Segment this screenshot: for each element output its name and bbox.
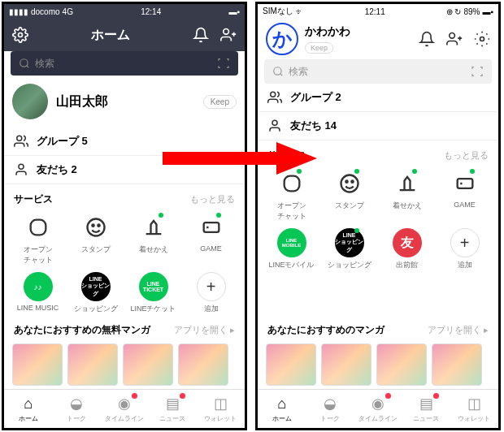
more-link[interactable]: もっと見る	[190, 193, 235, 205]
friends-row[interactable]: 友だち 14	[258, 112, 498, 140]
groups-row[interactable]: グループ 2	[258, 84, 498, 112]
sim: SIMなし	[263, 6, 293, 17]
svc-linemobile[interactable]: LINE MOBILELINEモバイル	[264, 228, 319, 270]
talk-icon: ◒	[70, 395, 83, 413]
groups-label: グループ 2	[290, 90, 489, 105]
avatar	[12, 84, 48, 119]
svg-rect-13	[457, 179, 472, 188]
svc-stamp[interactable]: スタンプ	[322, 169, 376, 222]
manga-section: あなたにおすすめの無料マンガ アプリを開く ▸	[4, 315, 245, 389]
timeline-icon: ◉	[371, 395, 385, 413]
manga-item[interactable]	[178, 343, 228, 386]
svc-shopping[interactable]: LINEショッピングショッピング	[68, 272, 123, 314]
services-header: サービス もっと見る	[4, 184, 245, 210]
svc-game[interactable]: GAME	[184, 213, 238, 266]
svg-point-1	[20, 59, 28, 67]
wallet-icon: ◫	[214, 395, 228, 413]
tab-talk[interactable]: ◒トーク	[306, 390, 354, 428]
tab-timeline[interactable]: ◉タイムライン	[354, 390, 402, 428]
tab-news[interactable]: ▤ニュース	[402, 390, 450, 428]
scan-icon[interactable]	[217, 57, 230, 70]
svg-point-4	[92, 225, 93, 227]
page-title: ホーム	[91, 27, 130, 44]
svc-shopping[interactable]: LINEショッピングショッピング	[322, 228, 376, 270]
home-icon: ⌂	[277, 395, 286, 413]
svc-openchat[interactable]: オープン チャット	[11, 213, 65, 266]
manga-item[interactable]	[12, 343, 63, 386]
manga-title: あなたにおすすめの無料マンガ	[14, 323, 150, 337]
header-profile: か かわかわ Keep	[258, 19, 498, 59]
manga-open[interactable]: アプリを開く ▸	[174, 324, 235, 336]
search-placeholder: 検索	[289, 65, 308, 79]
svg-point-11	[345, 181, 347, 183]
svc-add[interactable]: +追加	[437, 228, 492, 270]
svc-kisekae[interactable]: 着せかえ	[380, 169, 434, 222]
home-icon: ⌂	[24, 395, 33, 413]
person-icon	[267, 119, 282, 133]
keep-button[interactable]: Keep	[203, 95, 237, 109]
svg-point-7	[480, 37, 484, 41]
svg-point-5	[98, 225, 99, 227]
manga-item[interactable]	[67, 343, 118, 386]
svg-point-8	[274, 67, 281, 75]
user-name: 山田太郎	[56, 93, 195, 110]
tab-wallet[interactable]: ◫ウォレット	[450, 390, 498, 428]
svc-stamp[interactable]: スタンプ	[68, 213, 123, 266]
search-bar[interactable]: 検索	[11, 51, 238, 76]
svg-rect-9	[284, 176, 299, 192]
svc-lineticket[interactable]: LINETICKETLINEチケット	[126, 272, 180, 314]
group-icon	[14, 134, 28, 149]
search-icon	[19, 58, 30, 69]
tab-talk[interactable]: ◒トーク	[52, 390, 100, 428]
tab-timeline[interactable]: ◉タイムライン	[100, 390, 148, 428]
tab-wallet[interactable]: ◫ウォレット	[197, 390, 245, 428]
svc-game[interactable]: GAME	[437, 169, 492, 222]
tab-home[interactable]: ⌂ホーム	[4, 390, 52, 428]
group-icon	[267, 90, 282, 105]
battery: 89%	[463, 7, 480, 16]
time: 12:14	[141, 7, 161, 16]
svg-point-0	[19, 33, 23, 37]
settings-icon[interactable]	[474, 31, 490, 47]
manga-open[interactable]: アプリを開く ▸	[428, 324, 489, 336]
svc-demaekan[interactable]: 友出前館	[380, 228, 434, 270]
services-title: サービス	[14, 192, 53, 206]
user-name: かわかわ	[305, 24, 350, 39]
services-row1: オープン チャット スタンプ 着せかえ GAME	[4, 210, 245, 269]
tab-news[interactable]: ▤ニュース	[149, 390, 197, 428]
avatar[interactable]: か	[266, 23, 298, 55]
news-icon: ▤	[419, 395, 433, 413]
more-link[interactable]: もっと見る	[444, 149, 489, 162]
add-friend-icon[interactable]	[446, 31, 463, 47]
manga-item[interactable]	[266, 343, 316, 386]
add-friend-icon[interactable]	[220, 27, 237, 43]
profile-row[interactable]: 山田太郎 Keep	[4, 76, 245, 127]
timeline-icon: ◉	[118, 395, 131, 413]
battery-icon: ▬▪	[228, 7, 240, 16]
status-bar: SIMなし ᯤ 12:11 ⊕ ↻ 89% ▬▪	[258, 4, 498, 19]
manga-item[interactable]	[376, 343, 427, 386]
svc-add[interactable]: +追加	[184, 272, 238, 314]
left-phone: ▮▮▮▮ docomo 4G 12:14 ▬▪ ホーム 検索 山田太郎 Keep…	[2, 2, 247, 430]
manga-item[interactable]	[321, 343, 371, 386]
services-row2: ♪♪LINE MUSIC LINEショッピングショッピング LINETICKET…	[4, 269, 245, 318]
bell-icon[interactable]	[419, 31, 435, 47]
tab-home[interactable]: ⌂ホーム	[258, 390, 306, 428]
svc-linemusic[interactable]: ♪♪LINE MUSIC	[11, 272, 65, 314]
friends-label: 友だち 14	[290, 119, 489, 133]
scan-icon[interactable]	[471, 65, 484, 78]
services-row2: LINE MOBILELINEモバイル LINEショッピングショッピング 友出前…	[258, 225, 498, 274]
settings-icon[interactable]	[12, 27, 28, 43]
manga-item[interactable]	[123, 343, 173, 386]
bell-icon[interactable]	[193, 27, 209, 43]
svc-kisekae[interactable]: 着せかえ	[126, 213, 180, 266]
carrier: docomo	[31, 7, 60, 16]
news-icon: ▤	[166, 395, 180, 413]
keep-button[interactable]: Keep	[305, 42, 333, 54]
svg-point-10	[341, 175, 358, 192]
search-bar[interactable]: 検索	[264, 59, 492, 84]
svc-openchat[interactable]: オープン チャット	[264, 169, 319, 222]
header: ホーム	[4, 19, 245, 51]
talk-icon: ◒	[324, 395, 337, 413]
manga-item[interactable]	[432, 343, 482, 386]
